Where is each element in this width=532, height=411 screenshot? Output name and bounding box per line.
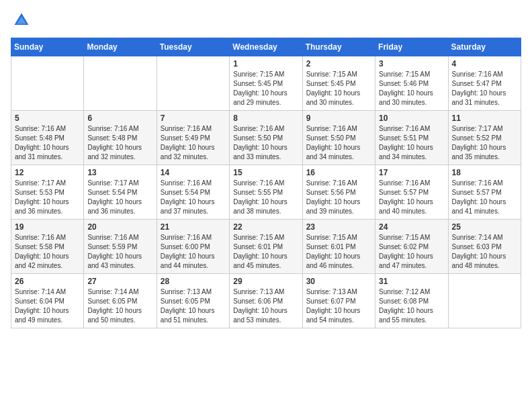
day-info: Sunrise: 7:15 AM Sunset: 6:02 PM Dayligh…: [379, 233, 444, 271]
day-number: 13: [87, 168, 152, 177]
day-info: Sunrise: 7:16 AM Sunset: 5:56 PM Dayligh…: [306, 179, 371, 216]
day-cell-15: 15Sunrise: 7:16 AM Sunset: 5:55 PM Dayli…: [230, 165, 302, 220]
day-cell-5: 5Sunrise: 7:16 AM Sunset: 5:48 PM Daylig…: [11, 111, 84, 165]
day-number: 5: [15, 113, 80, 123]
day-number: 21: [161, 222, 226, 232]
day-number: 8: [233, 113, 298, 123]
page-header: [11, 11, 521, 30]
day-info: Sunrise: 7:16 AM Sunset: 5:58 PM Dayligh…: [15, 233, 80, 271]
day-cell-27: 27Sunrise: 7:14 AM Sunset: 6:05 PM Dayli…: [84, 274, 157, 328]
day-cell-29: 29Sunrise: 7:13 AM Sunset: 6:06 PM Dayli…: [230, 274, 302, 328]
day-cell-1: 1Sunrise: 7:15 AM Sunset: 5:45 PM Daylig…: [230, 56, 302, 111]
day-info: Sunrise: 7:17 AM Sunset: 5:53 PM Dayligh…: [15, 179, 80, 216]
day-cell-4: 4Sunrise: 7:16 AM Sunset: 5:47 PM Daylig…: [448, 56, 521, 111]
day-number: 31: [379, 277, 444, 286]
calendar-table: SundayMondayTuesdayWednesdayThursdayFrid…: [11, 38, 521, 328]
day-info: Sunrise: 7:15 AM Sunset: 6:01 PM Dayligh…: [306, 233, 371, 271]
day-number: 1: [233, 59, 298, 68]
day-info: Sunrise: 7:16 AM Sunset: 5:54 PM Dayligh…: [161, 179, 226, 216]
day-info: Sunrise: 7:12 AM Sunset: 6:08 PM Dayligh…: [379, 287, 444, 325]
day-info: Sunrise: 7:16 AM Sunset: 5:50 PM Dayligh…: [306, 124, 371, 162]
day-cell-16: 16Sunrise: 7:16 AM Sunset: 5:56 PM Dayli…: [302, 165, 375, 220]
day-info: Sunrise: 7:13 AM Sunset: 6:07 PM Dayligh…: [306, 287, 371, 325]
day-cell-12: 12Sunrise: 7:17 AM Sunset: 5:53 PM Dayli…: [11, 165, 84, 220]
empty-cell: [157, 56, 229, 111]
weekday-header-wednesday: Wednesday: [230, 38, 302, 56]
day-cell-9: 9Sunrise: 7:16 AM Sunset: 5:50 PM Daylig…: [302, 111, 375, 165]
day-cell-2: 2Sunrise: 7:15 AM Sunset: 5:45 PM Daylig…: [302, 56, 375, 111]
weekday-header-friday: Friday: [375, 38, 448, 56]
day-info: Sunrise: 7:16 AM Sunset: 5:59 PM Dayligh…: [87, 233, 152, 271]
day-cell-30: 30Sunrise: 7:13 AM Sunset: 6:07 PM Dayli…: [302, 274, 375, 328]
day-cell-6: 6Sunrise: 7:16 AM Sunset: 5:48 PM Daylig…: [84, 111, 157, 165]
day-info: Sunrise: 7:15 AM Sunset: 6:01 PM Dayligh…: [233, 233, 298, 271]
day-cell-26: 26Sunrise: 7:14 AM Sunset: 6:04 PM Dayli…: [11, 274, 84, 328]
empty-cell: [448, 274, 521, 328]
day-number: 23: [306, 222, 371, 232]
day-info: Sunrise: 7:15 AM Sunset: 5:45 PM Dayligh…: [306, 70, 371, 107]
day-number: 20: [87, 222, 152, 232]
day-number: 22: [233, 222, 298, 232]
weekday-header-monday: Monday: [84, 38, 157, 56]
day-number: 3: [379, 59, 444, 68]
day-cell-24: 24Sunrise: 7:15 AM Sunset: 6:02 PM Dayli…: [375, 220, 448, 274]
day-number: 10: [379, 113, 444, 123]
day-number: 12: [15, 168, 80, 177]
empty-cell: [84, 56, 157, 111]
day-number: 11: [452, 113, 517, 123]
week-row-4: 19Sunrise: 7:16 AM Sunset: 5:58 PM Dayli…: [11, 220, 521, 274]
day-cell-18: 18Sunrise: 7:16 AM Sunset: 5:57 PM Dayli…: [448, 165, 521, 220]
day-info: Sunrise: 7:16 AM Sunset: 5:50 PM Dayligh…: [233, 124, 298, 162]
day-info: Sunrise: 7:15 AM Sunset: 5:45 PM Dayligh…: [233, 70, 298, 107]
day-cell-10: 10Sunrise: 7:16 AM Sunset: 5:51 PM Dayli…: [375, 111, 448, 165]
day-info: Sunrise: 7:16 AM Sunset: 5:57 PM Dayligh…: [452, 179, 517, 216]
day-info: Sunrise: 7:16 AM Sunset: 5:48 PM Dayligh…: [87, 124, 152, 162]
weekday-header-tuesday: Tuesday: [157, 38, 229, 56]
weekday-header-thursday: Thursday: [302, 38, 375, 56]
day-number: 16: [306, 168, 371, 177]
day-number: 18: [452, 168, 517, 177]
logo: [11, 11, 31, 30]
day-number: 25: [452, 222, 517, 232]
weekday-header-row: SundayMondayTuesdayWednesdayThursdayFrid…: [11, 38, 521, 56]
day-info: Sunrise: 7:14 AM Sunset: 6:04 PM Dayligh…: [15, 287, 80, 325]
day-cell-8: 8Sunrise: 7:16 AM Sunset: 5:50 PM Daylig…: [230, 111, 302, 165]
day-info: Sunrise: 7:16 AM Sunset: 5:55 PM Dayligh…: [233, 179, 298, 216]
logo-icon: [12, 11, 31, 30]
day-cell-7: 7Sunrise: 7:16 AM Sunset: 5:49 PM Daylig…: [157, 111, 229, 165]
day-number: 4: [452, 59, 517, 68]
day-number: 9: [306, 113, 371, 123]
day-info: Sunrise: 7:16 AM Sunset: 5:57 PM Dayligh…: [379, 179, 444, 216]
day-number: 24: [379, 222, 444, 232]
day-number: 2: [306, 59, 371, 68]
week-row-5: 26Sunrise: 7:14 AM Sunset: 6:04 PM Dayli…: [11, 274, 521, 328]
day-info: Sunrise: 7:16 AM Sunset: 5:49 PM Dayligh…: [161, 124, 226, 162]
day-info: Sunrise: 7:13 AM Sunset: 6:06 PM Dayligh…: [233, 287, 298, 325]
day-info: Sunrise: 7:14 AM Sunset: 6:05 PM Dayligh…: [87, 287, 152, 325]
day-info: Sunrise: 7:13 AM Sunset: 6:05 PM Dayligh…: [161, 287, 226, 325]
day-number: 19: [15, 222, 80, 232]
day-info: Sunrise: 7:16 AM Sunset: 6:00 PM Dayligh…: [161, 233, 226, 271]
day-number: 29: [233, 277, 298, 286]
day-info: Sunrise: 7:14 AM Sunset: 6:03 PM Dayligh…: [452, 233, 517, 271]
day-cell-20: 20Sunrise: 7:16 AM Sunset: 5:59 PM Dayli…: [84, 220, 157, 274]
day-number: 15: [233, 168, 298, 177]
day-cell-25: 25Sunrise: 7:14 AM Sunset: 6:03 PM Dayli…: [448, 220, 521, 274]
day-cell-13: 13Sunrise: 7:17 AM Sunset: 5:54 PM Dayli…: [84, 165, 157, 220]
day-cell-11: 11Sunrise: 7:17 AM Sunset: 5:52 PM Dayli…: [448, 111, 521, 165]
day-cell-23: 23Sunrise: 7:15 AM Sunset: 6:01 PM Dayli…: [302, 220, 375, 274]
weekday-header-sunday: Sunday: [11, 38, 84, 56]
day-cell-17: 17Sunrise: 7:16 AM Sunset: 5:57 PM Dayli…: [375, 165, 448, 220]
day-number: 26: [15, 277, 80, 286]
day-number: 7: [161, 113, 226, 123]
day-info: Sunrise: 7:17 AM Sunset: 5:54 PM Dayligh…: [87, 179, 152, 216]
week-row-3: 12Sunrise: 7:17 AM Sunset: 5:53 PM Dayli…: [11, 165, 521, 220]
day-cell-28: 28Sunrise: 7:13 AM Sunset: 6:05 PM Dayli…: [157, 274, 229, 328]
day-number: 27: [87, 277, 152, 286]
day-cell-31: 31Sunrise: 7:12 AM Sunset: 6:08 PM Dayli…: [375, 274, 448, 328]
day-number: 17: [379, 168, 444, 177]
day-info: Sunrise: 7:17 AM Sunset: 5:52 PM Dayligh…: [452, 124, 517, 162]
day-number: 14: [161, 168, 226, 177]
week-row-1: 1Sunrise: 7:15 AM Sunset: 5:45 PM Daylig…: [11, 56, 521, 111]
day-cell-22: 22Sunrise: 7:15 AM Sunset: 6:01 PM Dayli…: [230, 220, 302, 274]
